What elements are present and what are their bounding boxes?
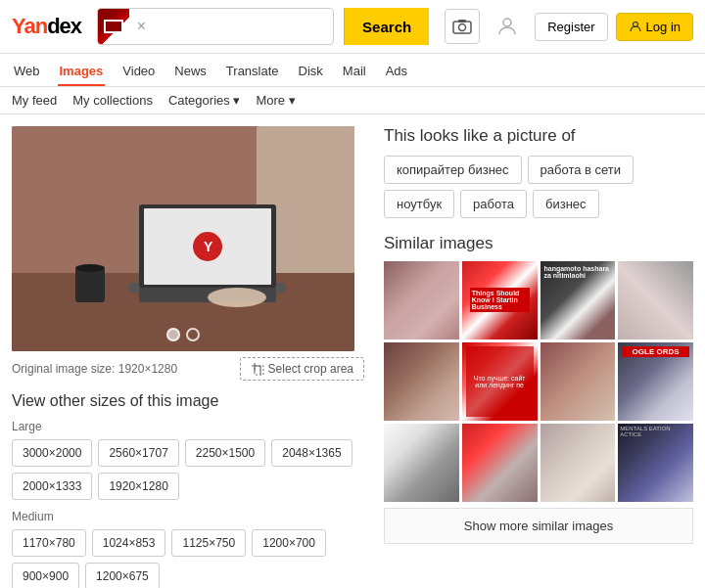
search-button[interactable]: Search	[344, 8, 429, 45]
nav-dot-1[interactable]	[166, 328, 180, 341]
similar-image-8[interactable]: ОGLE ORDS	[618, 342, 693, 421]
tag-work-online[interactable]: работа в сети	[528, 156, 634, 184]
svg-point-17	[75, 264, 105, 272]
size-btn-2048x1365[interactable]: 2048×1365	[271, 439, 352, 467]
size-btn-2000x1333[interactable]: 2000×1333	[12, 473, 92, 500]
left-panel: Y Original image size: 1920×1280	[12, 126, 364, 588]
crop-area-button[interactable]: Select crop area	[240, 357, 364, 381]
camera-search-button[interactable]	[445, 9, 480, 44]
sub-nav: My feed My collections Categories ▾ More…	[0, 87, 705, 114]
image-nav-dots	[166, 328, 200, 341]
original-size-label: Original image size: 1920×1280	[12, 362, 177, 376]
large-label: Large	[12, 420, 364, 433]
similar-image-6[interactable]: Что лучше: сайт или лендинг пе	[462, 342, 538, 421]
size-btn-1125x750[interactable]: 1125×750	[171, 529, 246, 557]
yandex-logo: Yandex	[12, 14, 81, 39]
size-btn-1024x853[interactable]: 1024×853	[92, 529, 166, 557]
tab-video[interactable]: Video	[120, 58, 157, 86]
tag-work[interactable]: работа	[460, 190, 527, 218]
medium-size-buttons: 1170×780 1024×853 1125×750 1200×700 900×…	[12, 529, 364, 588]
search-thumbnail	[98, 9, 129, 44]
svg-rect-2	[458, 20, 466, 23]
size-btn-2250x1500[interactable]: 2250×1500	[185, 439, 265, 467]
right-panel: This looks like a picture of копирайтер …	[384, 126, 693, 588]
login-button[interactable]: Log in	[616, 13, 693, 41]
svg-point-3	[503, 19, 511, 26]
tab-news[interactable]: News	[172, 58, 209, 86]
clear-search-icon[interactable]: ×	[129, 18, 154, 35]
similar-image-3[interactable]: hangamoto hashara za nitimlaohi	[540, 261, 616, 339]
person-icon	[490, 9, 525, 44]
size-btn-1170x780[interactable]: 1170×780	[12, 529, 86, 557]
large-size-buttons: 3000×2000 2560×1707 2250×1500 2048×1365 …	[12, 439, 364, 500]
header: Yandex × Search Register Log in	[0, 0, 705, 54]
sizes-section-title: View other sizes of this image	[12, 392, 364, 410]
tab-mail[interactable]: Mail	[341, 58, 368, 86]
similar-image-5[interactable]	[384, 342, 459, 421]
similar-image-1[interactable]	[384, 261, 459, 339]
crop-icon	[251, 362, 264, 376]
login-label: Log in	[646, 20, 681, 34]
tag-laptop[interactable]: ноутбук	[384, 190, 454, 218]
similar-image-7[interactable]	[540, 342, 616, 421]
image-svg: Y	[12, 126, 354, 351]
main-content: Y Original image size: 1920×1280	[0, 114, 705, 588]
similar-image-11[interactable]	[540, 424, 616, 502]
header-links: Register Log in	[535, 13, 693, 41]
size-btn-1200x675[interactable]: 1200×675	[85, 563, 160, 588]
similar-image-12[interactable]: MENTALS EATION ACTICE	[618, 424, 693, 502]
svg-rect-16	[75, 268, 105, 302]
register-button[interactable]: Register	[535, 13, 607, 41]
svg-rect-18	[255, 366, 263, 375]
sub-nav-my-feed[interactable]: My feed	[12, 93, 57, 108]
camera-icon	[452, 19, 472, 34]
similar-images-title: Similar images	[384, 234, 693, 253]
similar-image-grid: Things Should Know I Startin Business ha…	[384, 261, 693, 502]
tab-web[interactable]: Web	[12, 58, 42, 86]
search-input[interactable]	[154, 13, 333, 40]
show-more-button[interactable]: Show more similar images	[384, 508, 693, 544]
tag-copywriter-business[interactable]: копирайтер бизнес	[384, 156, 522, 184]
tag-buttons: копирайтер бизнес работа в сети ноутбук …	[384, 156, 693, 218]
similar-image-2[interactable]: Things Should Know I Startin Business	[462, 261, 538, 339]
similar-image-9[interactable]	[384, 424, 459, 502]
nav-tabs: Web Images Video News Translate Disk Mai…	[0, 54, 705, 87]
main-image: Y	[12, 126, 354, 351]
looks-like-title: This looks like a picture of	[384, 126, 693, 146]
tag-business[interactable]: бизнес	[533, 190, 599, 218]
tab-disk[interactable]: Disk	[297, 58, 325, 86]
crop-btn-label: Select crop area	[268, 362, 353, 376]
search-input-wrapper: ×	[97, 8, 334, 45]
sub-nav-categories[interactable]: Categories ▾	[168, 93, 240, 108]
similar-image-10[interactable]	[462, 424, 538, 502]
nav-dot-2[interactable]	[186, 328, 200, 341]
image-info-bar: Original image size: 1920×1280 Select cr…	[12, 357, 364, 381]
size-btn-900x900[interactable]: 900×900	[12, 563, 79, 588]
size-btn-1920x1280[interactable]: 1920×1280	[98, 473, 178, 500]
sub-nav-my-collections[interactable]: My collections	[72, 93, 153, 108]
login-icon	[629, 20, 642, 33]
tab-translate[interactable]: Translate	[224, 58, 281, 86]
tab-ads[interactable]: Ads	[384, 58, 409, 86]
size-btn-2560x1707[interactable]: 2560×1707	[98, 439, 178, 467]
sub-nav-more[interactable]: More ▾	[256, 93, 295, 108]
tab-images[interactable]: Images	[58, 58, 106, 86]
svg-point-15	[208, 288, 266, 307]
size-btn-1200x700[interactable]: 1200×700	[252, 529, 326, 557]
similar-image-4[interactable]	[618, 261, 693, 339]
svg-point-1	[459, 24, 466, 31]
size-btn-3000x2000[interactable]: 3000×2000	[12, 439, 92, 467]
medium-label: Medium	[12, 510, 364, 523]
svg-text:Y: Y	[204, 239, 213, 254]
